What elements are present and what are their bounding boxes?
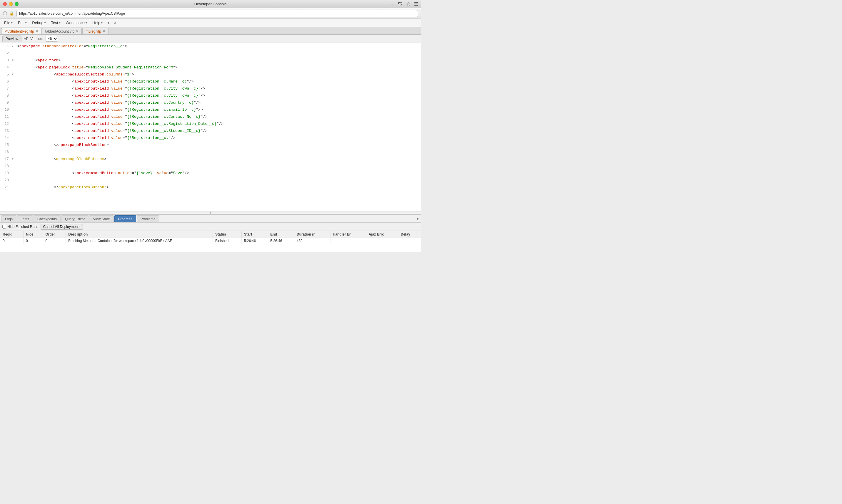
tab-close-tabbed[interactable]: ✕ [76,29,79,33]
traffic-lights[interactable] [3,2,18,6]
code-line-1: 1 ▶ <apex:page standardController="Regis… [0,43,421,50]
code-line-5: 5 ▼ <apex:pageBlockSection columns="1"> [0,71,421,78]
preview-button[interactable]: Preview [2,36,21,42]
progress-panel: Hide Finished Runs Cancel All Deployment… [0,223,421,252]
nav-forward-button[interactable]: > [112,20,118,26]
hide-finished-label[interactable]: Hide Finished Runs [2,225,38,229]
cell-end: 5:26:46 [268,238,294,244]
menu-test[interactable]: Test ▾ [49,20,63,26]
hide-finished-checkbox[interactable] [2,225,6,229]
minimize-button[interactable] [9,2,13,6]
col-duration: Duration (r [294,231,330,238]
code-editor[interactable]: 1 ▶ <apex:page standardController="Regis… [0,43,421,212]
title-bar-controls[interactable]: ··· 🛡 ☆ ☰ [391,1,418,7]
edit-arrow: ▾ [25,21,27,24]
col-status: Status [213,231,242,238]
menu-help[interactable]: Help ▾ [90,20,105,26]
tab-query-editor[interactable]: Query Editor [61,215,88,222]
cell-delay [398,238,421,244]
info-icon[interactable]: ⓘ [3,11,7,16]
code-line-6: 6 <apex:inputField value="{!Registration… [0,78,421,85]
code-line-15: 15 </apex:pageBlockSection> [0,142,421,149]
code-line-2: 2 [0,50,421,57]
code-line-10: 10 <apex:inputField value="{!Registratio… [0,106,421,113]
progress-table: ReqId Nice Order Description Status Star… [0,231,421,244]
tab-tests[interactable]: Tests [17,215,33,222]
cell-handler-err [330,238,366,244]
menu-bar: File ▾ Edit ▾ Debug ▾ Test ▾ Workspace ▾… [0,19,421,27]
cell-duration: 432 [294,238,330,244]
code-line-8: 8 <apex:inputField value="{!Registration… [0,92,421,99]
code-line-11: 11 <apex:inputField value="{!Registratio… [0,113,421,121]
nav-back-button[interactable]: < [105,20,111,26]
col-order: Order [43,231,66,238]
code-line-19: 19 <apex:commandButton action="{!save}" … [0,170,421,177]
tab-mvreg[interactable]: mvreg.vfp ✕ [82,28,108,34]
debug-arrow: ▾ [45,21,46,24]
code-line-4: 4 <apex:pageBlock title="Medicovibes Stu… [0,64,421,71]
api-version-label: API Version: [24,37,43,41]
bottom-panel: Logs Tests Checkpoints Query Editor View… [0,214,421,252]
file-tabs-row: MVStudentReg.vfp ✕ tabbedAccount.vfp ✕ m… [0,27,421,35]
close-button[interactable] [3,2,7,6]
tab-logs[interactable]: Logs [1,215,16,222]
col-ajax-err: Ajax Errc [366,231,398,238]
tab-mvstudent[interactable]: MVStudentReg.vfp ✕ [1,28,41,34]
code-line-3: 3 ▼ <apex:form> [0,57,421,64]
code-line-18: 18 [0,163,421,170]
tab-label-tabbed: tabbedAccount.vfp [45,29,74,34]
tab-close-mvstudent[interactable]: ✕ [36,29,38,33]
tab-checkpoints[interactable]: Checkpoints [34,215,61,222]
col-description: Description [66,231,213,238]
tab-problems[interactable]: Problems [137,215,159,222]
expand-icon[interactable]: ⬆ [416,217,419,221]
menu-icon[interactable]: ☰ [414,1,418,7]
file-arrow: ▾ [11,21,13,24]
col-reqid: ReqId [0,231,23,238]
tab-view-state[interactable]: View State [89,215,114,222]
progress-toolbar: Hide Finished Runs Cancel All Deployment… [0,223,421,231]
api-version-select[interactable]: 46 45 44 [46,36,58,42]
col-delay: Delay [398,231,421,238]
cell-nice: 0 [23,238,42,244]
more-icon[interactable]: ··· [391,1,395,7]
url-input[interactable] [16,10,418,17]
help-arrow: ▾ [101,21,103,24]
col-handler-err: Handler Er [330,231,366,238]
col-nice: Nice [23,231,42,238]
scroll-indicator[interactable]: ▼ [0,212,421,214]
cell-description: Fetching MetadataContainer for workspace… [66,238,213,244]
code-line-17: 17 ▼ <apex:pageBlockButtons> [0,156,421,163]
tab-close-mvreg[interactable]: ✕ [103,29,105,33]
title-bar: Developer Console ··· 🛡 ☆ ☰ [0,0,421,8]
maximize-button[interactable] [15,2,18,6]
code-line-16: 16 [0,149,421,156]
tab-label-mvreg: mvreg.vfp [86,29,101,34]
menu-workspace[interactable]: Workspace ▾ [64,20,90,26]
col-end: End [268,231,294,238]
cancel-deployments-button[interactable]: Cancel All Deployments [40,224,83,230]
code-line-12: 12 <apex:inputField value="{!Registratio… [0,121,421,127]
shield-icon: 🛡 [398,1,403,7]
code-line-9: 9 <apex:inputField value="{!Registration… [0,99,421,106]
tab-tabbed[interactable]: tabbedAccount.vfp ✕ [42,28,82,34]
code-line-7: 7 <apex:inputField value="{!Registration… [0,85,421,92]
cell-status: Finished [213,238,242,244]
workspace-arrow: ▾ [86,21,87,24]
tab-progress[interactable]: Progress [114,215,136,222]
menu-file[interactable]: File ▾ [2,20,15,26]
menu-edit[interactable]: Edit ▾ [16,20,29,26]
table-header-row: ReqId Nice Order Description Status Star… [0,231,421,238]
test-arrow: ▾ [59,21,61,24]
cell-ajax-err [366,238,398,244]
code-line-21: 21 </apex:pageBlockButtons> [0,184,421,191]
menu-debug[interactable]: Debug ▾ [30,20,48,26]
editor-toolbar: Preview API Version: 46 45 44 [0,35,421,43]
address-bar: ⓘ 🔒 [0,8,421,19]
main-content: 1 ▶ <apex:page standardController="Regis… [0,43,421,252]
cell-order: 0 [43,238,66,244]
window-title: Developer Console [194,2,227,6]
cell-reqid: 0 [0,238,23,244]
bookmark-icon[interactable]: ☆ [406,1,410,7]
editor-area: 1 ▶ <apex:page standardController="Regis… [0,43,421,212]
